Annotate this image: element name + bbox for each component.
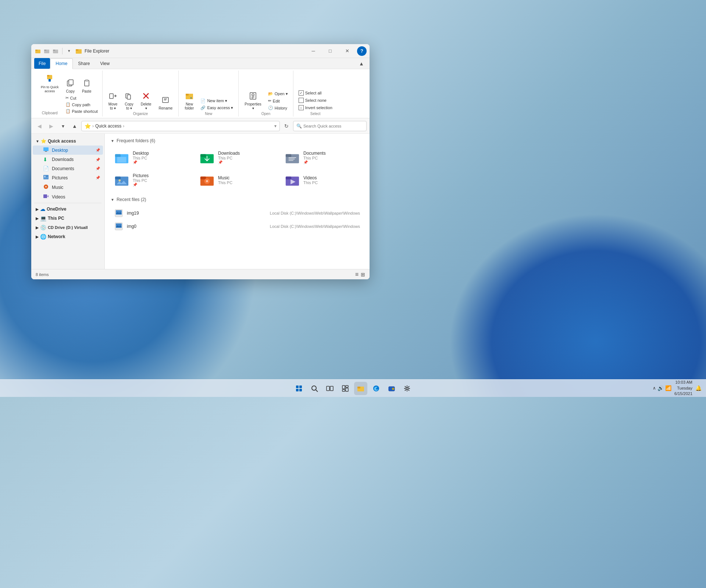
titlebar-folder-icon2[interactable] [43,47,50,55]
pin-to-quick-access-button[interactable]: Pin to Quickaccess [39,72,61,95]
network-tray-icon[interactable]: 📶 [665,385,671,391]
refresh-button[interactable]: ↻ [281,121,292,131]
folder-desktop[interactable]: Desktop This PC 📌 [111,148,193,167]
sidebar-quick-access-header[interactable]: ▼ ⭐ Quick access [33,137,103,145]
svg-rect-12 [69,80,73,85]
forward-button[interactable]: ▶ [46,121,56,131]
settings-taskbar-button[interactable] [400,382,414,395]
wallet-taskbar-button[interactable] [385,382,398,395]
sidebar-item-music[interactable]: Music [33,183,103,192]
sidebar-item-documents[interactable]: 📄 Documents 📌 [33,164,103,173]
titlebar-dropdown-btn[interactable]: ▾ [65,47,73,55]
folder-music-icon [200,173,214,187]
tab-file[interactable]: File [34,58,50,69]
speaker-icon[interactable]: 🔊 [657,385,664,391]
clipboard-small-btns: ✂ Cut 📋 Copy path 📋 Paste shortcut [63,95,100,115]
start-button[interactable] [292,382,306,395]
cut-button[interactable]: ✂ Cut [63,95,100,101]
copy-to-button[interactable]: Copyto ▾ [122,89,136,112]
tab-share[interactable]: Share [73,58,95,69]
move-to-button[interactable]: Moveto ▾ [106,89,120,112]
close-button[interactable]: ✕ [339,45,356,57]
move-to-icon [109,92,117,101]
new-item-button[interactable]: 📄 New item ▾ [198,98,235,104]
search-input[interactable] [303,124,363,128]
edge-taskbar-button[interactable] [370,382,383,395]
rename-button[interactable]: Rename [156,89,176,112]
sidebar-cddrive-header[interactable]: ▶ 💿 CD Drive (D:) Virtuall [33,223,103,232]
recent-files-header[interactable]: ▼ Recent files (2) [111,197,364,202]
edit-button[interactable]: ✏ Edit [266,98,290,104]
titlebar-divider [62,48,63,54]
folder-documents[interactable]: Documents This PC 📌 [281,148,364,167]
paste-shortcut-button[interactable]: 📋 Paste shortcut [63,108,100,114]
tab-view[interactable]: View [95,58,115,69]
new-folder-button[interactable]: + Newfolder [182,89,197,112]
pictures-icon [43,175,50,181]
sidebar-item-downloads[interactable]: ⬇ Downloads 📌 [33,155,103,164]
widgets-button[interactable] [339,382,352,395]
frequent-folders-title: Frequent folders (6) [117,138,155,143]
tab-home[interactable]: Home [50,58,73,69]
sidebar-network-header[interactable]: ▶ 🌐 Network [33,232,103,241]
organize-label: Organize [106,112,176,116]
folder-videos[interactable]: Videos This PC [281,170,364,190]
new-folder-label: Newfolder [185,102,194,110]
chevron-up-icon[interactable]: ∧ [653,386,656,391]
file-item-img0[interactable]: img0 Local Disk (C:)\Windows\Web\Wallpap… [111,220,364,233]
taskbar-clock[interactable]: 10:03 AM Tuesday6/15/2021 [674,380,692,397]
sidebar-item-desktop[interactable]: Desktop 📌 [33,146,103,155]
maximize-button[interactable]: □ [322,45,339,57]
quick-access-star-icon: ⭐ [41,139,46,144]
onedrive-expand-icon: ▶ [36,207,39,211]
file-explorer-taskbar-button[interactable] [354,382,367,395]
svg-rect-65 [299,386,302,388]
app-icon [75,47,82,55]
invert-selection-button[interactable]: ↕ Invert selection [296,104,335,111]
pin-to-quick-access-label: Pin to Quickaccess [41,85,59,93]
task-view-button[interactable] [323,382,336,395]
folder-downloads[interactable]: Downloads This PC 📌 [196,148,278,167]
back-button[interactable]: ◀ [34,121,44,131]
sidebar-item-pictures[interactable]: Pictures 📌 [33,173,103,182]
file-img19-name: img19 [127,211,266,216]
sidebar-thispc-header[interactable]: ▶ 💻 This PC [33,214,103,223]
copy-path-button[interactable]: 📋 Copy path [63,101,100,108]
ribbon-collapse-btn[interactable]: ▲ [356,58,367,69]
sidebar-item-videos[interactable]: Videos [33,192,103,201]
view-grid-button[interactable]: ⊞ [361,272,365,277]
svg-point-54 [206,180,208,182]
select-all-icon: ✓ [299,90,304,96]
notification-icon[interactable]: 🔔 [695,385,702,391]
help-button[interactable]: ? [357,46,367,56]
search-taskbar-button[interactable] [308,382,321,395]
address-path-bar[interactable]: ⭐ › Quick access › ▾ [81,121,280,131]
open-button[interactable]: 📂 Open ▾ [266,91,290,97]
folder-music[interactable]: Music This PC [196,170,278,190]
svg-rect-14 [85,80,88,81]
ribbon-group-organize: Moveto ▾ Copyto ▾ Delete▾ [103,71,179,116]
up-button[interactable]: ▲ [69,121,80,131]
file-item-img19[interactable]: img19 Local Disk (C:)\Windows\Web\Wallpa… [111,207,364,220]
select-all-button[interactable]: ✓ Select all [296,90,335,96]
videos-icon [43,194,50,200]
svg-rect-32 [43,175,49,179]
history-label: History [275,106,287,110]
frequent-folders-header[interactable]: ▼ Frequent folders (6) [111,138,364,143]
properties-button[interactable]: Properties▾ [242,89,264,112]
history-button[interactable]: 🕐 History [266,105,290,111]
easy-access-button[interactable]: 🔗 Easy access ▾ [198,105,235,111]
path-dropdown-icon[interactable]: ▾ [274,123,277,129]
delete-button[interactable]: Delete▾ [138,89,154,112]
folder-pictures[interactable]: Pictures This PC 📌 [111,170,193,190]
minimize-button[interactable]: ─ [305,45,322,57]
copy-button[interactable]: Copy [63,72,78,95]
view-list-button[interactable]: ≡ [355,271,359,278]
titlebar-folder-icon3[interactable] [52,47,59,55]
search-box[interactable]: 🔍 [293,121,367,131]
select-none-button[interactable]: Select none [296,97,335,104]
titlebar-folder-icon1[interactable] [34,47,42,55]
paste-button[interactable]: Paste [79,72,95,95]
recent-locations-button[interactable]: ▾ [58,121,68,131]
sidebar-onedrive-header[interactable]: ▶ ☁ OneDrive [33,205,103,214]
